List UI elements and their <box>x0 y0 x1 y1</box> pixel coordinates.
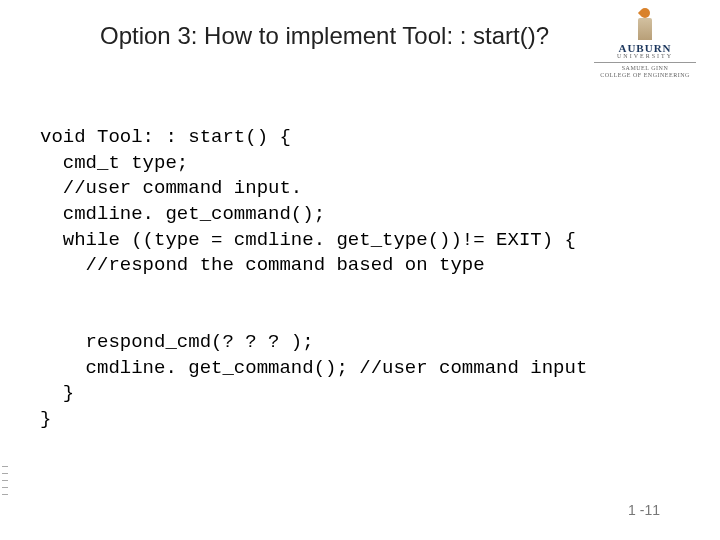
code-line: cmdline. get_command(); //user command i… <box>40 357 587 379</box>
code-line: while ((type = cmdline. get_type())!= EX… <box>40 229 576 251</box>
page-number: 1 -11 <box>628 502 660 518</box>
code-line: respond_cmd(? ? ? ); <box>40 331 314 353</box>
slide: Option 3: How to implement Tool: : start… <box>0 0 720 540</box>
code-line: //respond the command based on type <box>40 254 485 276</box>
slide-title: Option 3: How to implement Tool: : start… <box>100 22 560 50</box>
code-block: void Tool: : start() { cmd_t type; //use… <box>40 125 680 433</box>
logo-college-1: SAMUEL GINN <box>590 65 700 72</box>
binder-marks-icon <box>0 460 10 510</box>
tower-icon <box>636 10 654 40</box>
code-line: cmdline. get_command(); <box>40 203 325 225</box>
logo-college-2: COLLEGE OF ENGINEERING <box>590 72 700 79</box>
code-line: cmd_t type; <box>40 152 188 174</box>
code-line: } <box>40 408 51 430</box>
logo-sub: UNIVERSITY <box>590 53 700 59</box>
logo-divider <box>594 62 696 63</box>
code-line: void Tool: : start() { <box>40 126 291 148</box>
code-line: //user command input. <box>40 177 302 199</box>
auburn-logo: AUBURN UNIVERSITY SAMUEL GINN COLLEGE OF… <box>590 10 700 79</box>
code-line: } <box>40 382 74 404</box>
